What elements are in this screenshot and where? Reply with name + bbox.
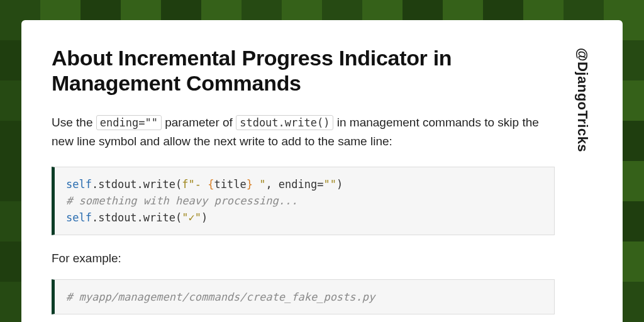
inline-code-ending: ending="" <box>96 115 162 130</box>
code-token: self <box>66 178 92 191</box>
article-content: About Incremental Progress Indicator in … <box>52 45 555 322</box>
intro-text: parameter of <box>165 116 236 129</box>
code-token: ) <box>336 178 343 191</box>
code-block-2: # myapp/management/commands/create_fake_… <box>52 279 555 314</box>
sidebar: @DjangoTricks <box>572 45 592 322</box>
code-token: " <box>253 178 265 191</box>
code-token: self <box>66 211 92 224</box>
inline-code-stdout: stdout.write() <box>236 115 333 130</box>
code-token: ) <box>201 211 208 224</box>
code-comment: # something with heavy processing... <box>66 194 297 207</box>
code-token: .stdout.write( <box>92 178 182 191</box>
code-token: .stdout.write( <box>92 211 182 224</box>
article-card: About Incremental Progress Indicator in … <box>21 20 623 322</box>
lead-paragraph-2: For example: <box>52 252 555 265</box>
intro-text: Use the <box>52 116 96 129</box>
code-token: title <box>214 178 246 191</box>
article-title: About Incremental Progress Indicator in … <box>52 45 555 96</box>
code-token: = <box>317 178 323 191</box>
code-block-1: self.stdout.write(f"- {title} ", ending=… <box>52 167 555 235</box>
code-comment: # myapp/management/commands/create_fake_… <box>66 291 375 303</box>
code-token: "✓" <box>182 211 201 224</box>
code-token: { <box>208 178 214 191</box>
author-handle: @DjangoTricks <box>574 48 591 152</box>
code-token: f"- <box>182 178 208 191</box>
code-token: } <box>247 178 253 191</box>
code-token: , <box>265 178 278 191</box>
code-token: "" <box>324 178 336 191</box>
intro-paragraph: Use the ending="" parameter of stdout.wr… <box>52 113 555 150</box>
code-token: ending <box>279 178 317 191</box>
